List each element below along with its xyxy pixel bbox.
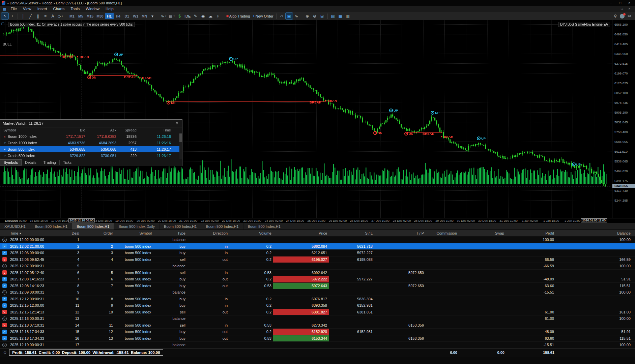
menu-item-view[interactable]: View (20, 6, 34, 11)
quotes-grid-button[interactable]: ⊞ (319, 13, 326, 19)
menu-item-window[interactable]: Window (83, 6, 103, 11)
data-window-button[interactable]: ▤ (329, 13, 337, 19)
col-volume[interactable]: Volume (229, 230, 273, 236)
col-time[interactable]: Time▲ (9, 230, 59, 236)
cascade-windows-button[interactable]: ▱ (278, 13, 285, 19)
col-tp[interactable]: T / P (374, 230, 426, 236)
fibonacci-button[interactable]: ≡ (42, 13, 49, 19)
new-order-button[interactable]: +New Order (251, 13, 274, 19)
col-symbol[interactable]: Symbol (115, 230, 153, 236)
col-deal[interactable]: Deal (59, 230, 81, 236)
col-sl[interactable]: S / L (329, 230, 374, 236)
history-row[interactable]: ↻2025.12.19 00:00:3117balance-15.51100.0… (0, 342, 635, 348)
search-icon[interactable]: ⚲ (614, 14, 617, 19)
ide-button[interactable]: IDE (183, 13, 192, 19)
community-web-button[interactable]: ♁ (214, 13, 221, 19)
close-button[interactable]: × (625, 1, 633, 5)
col-type[interactable]: Type (153, 230, 187, 236)
chart-tab-0[interactable]: XAUUSD,H1 (0, 223, 30, 230)
history-row[interactable]: ↗2025.12.18 17:34:331512boom 500 indexbu… (0, 329, 635, 335)
timeframe-h4-button[interactable]: H4 (114, 13, 122, 19)
timeframe-m5-button[interactable]: M5 (77, 13, 85, 19)
market-watch-row[interactable]: ↗Boom 500 Index5349.6555350.06841311:26:… (0, 146, 182, 152)
menu-item-help[interactable]: Help (103, 6, 117, 11)
vertical-line-button[interactable]: │ (20, 13, 27, 19)
menu-item-charts[interactable]: Charts (50, 6, 67, 11)
col-balance[interactable]: Balance (556, 230, 632, 236)
cursor-select-button[interactable]: ↖ (1, 13, 8, 19)
history-row[interactable]: ↻2025.12.09 00:00:319balance-15.51100.00 (0, 289, 635, 296)
market-watch-titlebar[interactable]: Market Watch: 11:26:17 × (0, 120, 182, 127)
mw-tab-ticks[interactable]: Ticks (60, 160, 75, 165)
chart-tab-4[interactable]: Boom 500 Index,H1 (160, 223, 201, 230)
mw-tab-symbols[interactable]: Symbols (0, 160, 22, 165)
vps-cloud-button[interactable]: ☁ (207, 13, 214, 19)
menu-item-tools[interactable]: Tools (67, 6, 83, 11)
col-direction[interactable]: Direction (187, 230, 229, 236)
algo-trading-button[interactable]: ■Algo Trading (225, 13, 251, 19)
chart-tab-1[interactable]: Boom 500 Index,H1 (30, 223, 72, 230)
history-row[interactable]: ↗2025.12.02 21:00:0022boom 500 indexbuyi… (0, 243, 635, 250)
history-row[interactable]: ↻2025.12.16 00:00:3113balance-61.00100.0… (0, 315, 635, 322)
trendline-button[interactable]: ╱ (27, 13, 34, 19)
toolbox-button[interactable]: ▥ (344, 13, 351, 19)
metaeditor-button[interactable]: ✎ (192, 13, 199, 19)
chart-tab-2[interactable]: Boom 500 Index,H1 (72, 223, 114, 230)
history-row[interactable]: ↻2025.12.02 00:00:001balance100.00100.00 (0, 237, 635, 243)
signals-button[interactable]: ◉ (199, 13, 206, 19)
maximize-button[interactable]: □ (616, 1, 624, 5)
scrollbar-thumb[interactable] (179, 133, 182, 142)
mw-tab-details[interactable]: Details (22, 160, 40, 165)
history-row[interactable]: ↗2025.12.06 09:00:0033boom 500 indexbuyi… (0, 250, 635, 256)
market-watch-row[interactable]: ↗Crash 500 Index3729.8223730.05122911:26… (0, 152, 182, 159)
mdi-close-button[interactable]: × (626, 7, 632, 11)
market-watch-row[interactable]: ↘Boom 1000 Index17117.151717119.03531883… (0, 133, 182, 140)
menu-item-insert[interactable]: Insert (34, 6, 50, 11)
zoom-in-button[interactable]: ⊕ (304, 13, 311, 19)
history-row[interactable]: ↘2025.12.15 12:14:131210boom 500 indexse… (0, 309, 635, 316)
price-scale[interactable]: 6566.2906492.8506419.4056345.9606272.515… (612, 20, 635, 218)
user-avatar[interactable] (620, 14, 625, 19)
mw-tab-trading[interactable]: Trading (40, 160, 60, 165)
mdi-minimize-button[interactable]: ─ (611, 7, 617, 11)
history-row[interactable]: ↘2025.12.06 09:52:4544boom 500 indexsell… (0, 256, 635, 263)
arrange-charts-button[interactable]: ∿ (293, 13, 300, 19)
timeframe-w1-button[interactable]: W1 (132, 13, 140, 19)
chart-tab-5[interactable]: Boom 500 Index,H1 (201, 223, 243, 230)
chart-tab-3[interactable]: Boom 500 Index,Daily (114, 223, 160, 230)
chart-area[interactable]: UPUPUPUPUPUPDNDNDNDNBREAKBREAKBREAKBREAK… (0, 20, 635, 223)
timeframe-m30-button[interactable]: M30 (95, 13, 105, 19)
channel-button[interactable]: ∥ (34, 13, 41, 19)
timeframe-h1-button[interactable]: H1 (105, 13, 114, 19)
time-axis[interactable]: Dec 202516 Dec 02:0016 Dec 18:0017 Dec 1… (0, 218, 635, 223)
shapes-button[interactable]: ◇▾ (57, 13, 64, 19)
zoom-out-button[interactable]: ⊖ (311, 13, 318, 19)
minimize-button[interactable]: ─ (607, 1, 615, 5)
history-row[interactable]: ↗2025.12.08 14:16:2376boom 500 indexbuyo… (0, 276, 635, 283)
market-watch-scrollbar[interactable] (179, 133, 182, 159)
col-price[interactable]: Price (273, 230, 329, 236)
col-swap[interactable]: Swap (459, 230, 506, 236)
symbols-dollar-button[interactable]: $ (176, 13, 183, 19)
tile-windows-button[interactable]: ▣ (286, 13, 293, 19)
history-row[interactable]: ↘2025.12.07 05:12:4065boom 500 indexsell… (0, 270, 635, 276)
chart-tab-6[interactable]: Boom 500 Index,H1 (243, 223, 285, 230)
mail-icon[interactable]: ✉ (628, 14, 631, 19)
indicators-button[interactable]: ∿▾ (160, 13, 168, 19)
strategy-tester-button[interactable]: ▦ (337, 13, 344, 19)
history-row[interactable]: ↗2025.12.15 12:00:00119boom 500 indexbuy… (0, 302, 635, 309)
text-label-button[interactable]: A (49, 13, 56, 19)
history-row[interactable]: ↻2025.12.07 00:00:315balance-66.59100.00 (0, 263, 635, 270)
timeframe-mn-button[interactable]: MN (140, 13, 149, 19)
market-watch-row[interactable]: ↗Crash 1000 Index4683.97364684.269329571… (0, 140, 182, 146)
col-commission[interactable]: Commission (426, 230, 459, 236)
chart-type-button[interactable]: ▤▾ (168, 13, 176, 19)
timeframes-more-button[interactable]: ▾ (149, 13, 156, 19)
history-row[interactable]: ↗2025.12.08 14:16:2387boom 500 indexbuyo… (0, 283, 635, 290)
history-row[interactable]: ↘2025.12.18 07:10:311411boom 500 indexse… (0, 322, 635, 329)
history-row[interactable]: ↗2025.12.12 00:00:31108boom 500 indexbuy… (0, 296, 635, 303)
history-row[interactable]: ↗2025.12.18 17:34:331613boom 500 indexbu… (0, 335, 635, 342)
close-icon[interactable]: × (174, 121, 180, 126)
mdi-restore-button[interactable]: □ (619, 7, 625, 11)
timeframe-d1-button[interactable]: D1 (123, 13, 131, 19)
